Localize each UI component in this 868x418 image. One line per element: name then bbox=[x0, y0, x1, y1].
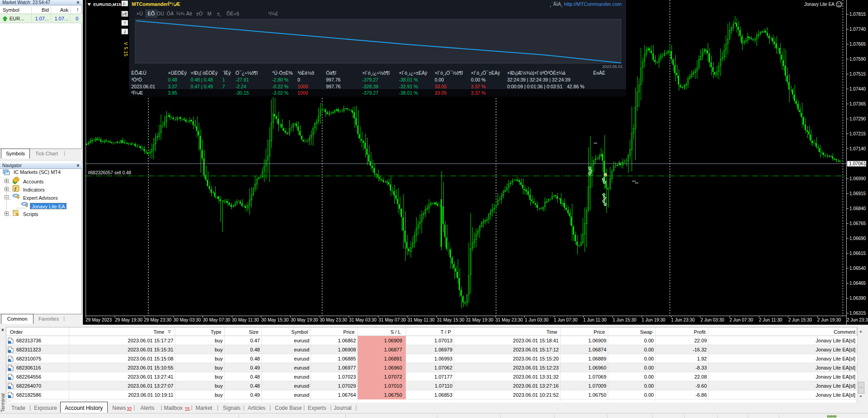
svg-text:31 May 23:30: 31 May 23:30 bbox=[495, 317, 523, 322]
svg-text:2 Jun 23:30: 2 Jun 23:30 bbox=[847, 317, 868, 322]
svg-text:30 May 03:30: 30 May 03:30 bbox=[173, 317, 201, 322]
svg-text:1.06390: 1.06390 bbox=[849, 296, 866, 301]
svg-text:1.07740: 1.07740 bbox=[849, 27, 866, 32]
svg-text:1.07440: 1.07440 bbox=[849, 86, 866, 91]
svg-text:31 May 15:30: 31 May 15:30 bbox=[437, 317, 465, 322]
svg-text:2 Jun 15:30: 2 Jun 15:30 bbox=[788, 317, 812, 322]
svg-text:1.06690: 1.06690 bbox=[849, 236, 866, 241]
svg-text:1.07061: 1.07061 bbox=[849, 161, 866, 166]
svg-text:29 May 19:30: 29 May 19:30 bbox=[115, 317, 143, 322]
svg-text:1.07515: 1.07515 bbox=[849, 72, 866, 77]
svg-text:2 Jun 11:30: 2 Jun 11:30 bbox=[759, 317, 782, 322]
svg-text:1 Jun 11:30: 1 Jun 11:30 bbox=[583, 317, 607, 322]
svg-text:1 Jun 15:30: 1 Jun 15:30 bbox=[613, 317, 637, 322]
svg-text:1 Jun 07:30: 1 Jun 07:30 bbox=[554, 317, 578, 322]
svg-text:1.07665: 1.07665 bbox=[849, 42, 866, 47]
svg-text:1.06615: 1.06615 bbox=[849, 251, 866, 256]
svg-text:30 May 11:30: 30 May 11:30 bbox=[232, 317, 259, 322]
svg-text:1.07215: 1.07215 bbox=[849, 131, 866, 136]
svg-text:#682326057 sell 0.48: #682326057 sell 0.48 bbox=[88, 170, 131, 175]
svg-text:31 May 11:30: 31 May 11:30 bbox=[408, 317, 435, 322]
svg-text:31 May 07:30: 31 May 07:30 bbox=[379, 317, 406, 322]
svg-text:1 Jun 23:30: 1 Jun 23:30 bbox=[671, 317, 695, 322]
svg-text:29 May 23:30: 29 May 23:30 bbox=[144, 317, 172, 322]
svg-text:31 May 03:30: 31 May 03:30 bbox=[349, 317, 377, 322]
svg-text:1.07815: 1.07815 bbox=[849, 12, 866, 17]
svg-text:1.06915: 1.06915 bbox=[849, 191, 866, 196]
svg-text:1.07140: 1.07140 bbox=[849, 146, 866, 151]
svg-text:1.07365: 1.07365 bbox=[849, 101, 866, 106]
svg-text:30 May 15:30: 30 May 15:30 bbox=[261, 317, 289, 322]
svg-text:1.06765: 1.06765 bbox=[849, 221, 866, 226]
svg-text:EURUSD,M15: EURUSD,M15 bbox=[93, 2, 121, 7]
svg-text:30 May 07:30: 30 May 07:30 bbox=[203, 317, 230, 322]
svg-text:1.06540: 1.06540 bbox=[849, 266, 866, 271]
svg-text:1.06840: 1.06840 bbox=[849, 206, 866, 211]
svg-text:2 Jun 07:30: 2 Jun 07:30 bbox=[729, 317, 753, 322]
svg-text:30 May 19:30: 30 May 19:30 bbox=[291, 317, 318, 322]
svg-text:29 May 2023: 29 May 2023 bbox=[86, 317, 112, 322]
svg-text:2 Jun 19:30: 2 Jun 19:30 bbox=[817, 317, 841, 322]
svg-text:1.07290: 1.07290 bbox=[849, 116, 866, 121]
svg-text:1 Jun 19:30: 1 Jun 19:30 bbox=[642, 317, 666, 322]
svg-text:1.06465: 1.06465 bbox=[849, 281, 866, 286]
svg-text:1.06315: 1.06315 bbox=[849, 311, 866, 316]
svg-text:1.07590: 1.07590 bbox=[849, 57, 866, 62]
svg-text:Jonavy Lite EA: Jonavy Lite EA bbox=[804, 2, 834, 7]
svg-text:1.06990: 1.06990 bbox=[849, 176, 866, 181]
svg-text:31 May 19:30: 31 May 19:30 bbox=[466, 317, 494, 322]
svg-text:1 Jun 03:30: 1 Jun 03:30 bbox=[525, 317, 549, 322]
svg-text:2 Jun 03:30: 2 Jun 03:30 bbox=[700, 317, 724, 322]
svg-text:30 May 23:30: 30 May 23:30 bbox=[320, 317, 347, 322]
